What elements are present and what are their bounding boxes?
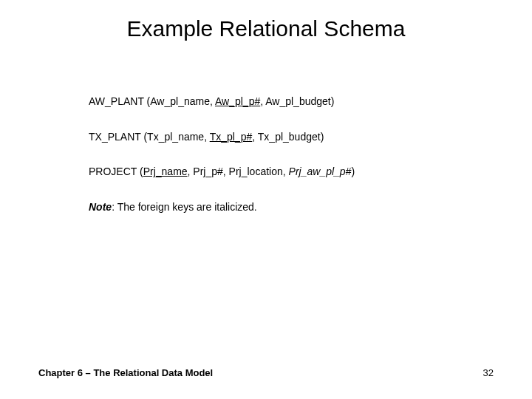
relation-row: AW_PLANT (Aw_pl_name, Aw_pl_p#, Aw_pl_bu… xyxy=(89,95,443,109)
relation-attr: Aw_pl_budget xyxy=(265,95,330,107)
relation-attr: Tx_pl_name xyxy=(147,131,204,143)
relation-attr: Tx_pl_p# xyxy=(210,131,253,143)
relation-attr: Prj_p# xyxy=(193,166,222,177)
relation-attr: Aw_pl_p# xyxy=(215,95,260,107)
relation-name: AW_PLANT xyxy=(89,95,144,107)
slide-title: Example Relational Schema xyxy=(0,16,532,41)
footer-chapter: Chapter 6 – The Relational Data Model xyxy=(38,367,213,378)
slide-body: AW_PLANT (Aw_pl_name, Aw_pl_p#, Aw_pl_bu… xyxy=(89,95,443,214)
note-text: : The foreign keys are italicized. xyxy=(112,201,257,213)
relation-row: TX_PLANT (Tx_pl_name, Tx_pl_p#, Tx_pl_bu… xyxy=(89,130,443,145)
note-label: Note xyxy=(89,201,112,213)
relation-name: TX_PLANT xyxy=(89,131,141,143)
relation-attr: Tx_pl_budget xyxy=(258,131,321,143)
footer-page-number: 32 xyxy=(483,367,494,378)
note: Note: The foreign keys are italicized. xyxy=(89,200,443,215)
relation-attr: Aw_pl_name xyxy=(150,95,210,107)
slide: Example Relational Schema AW_PLANT (Aw_p… xyxy=(0,0,532,399)
relation-attr: Prj_location xyxy=(229,166,283,177)
relation-name: PROJECT xyxy=(89,166,137,177)
relation-row: PROJECT (Prj_name, Prj_p#, Prj_location,… xyxy=(89,165,443,180)
relations-list: AW_PLANT (Aw_pl_name, Aw_pl_p#, Aw_pl_bu… xyxy=(89,95,443,180)
relation-attr: Prj_name xyxy=(143,166,188,177)
relation-attr: Prj_aw_pl_p# xyxy=(289,166,352,177)
